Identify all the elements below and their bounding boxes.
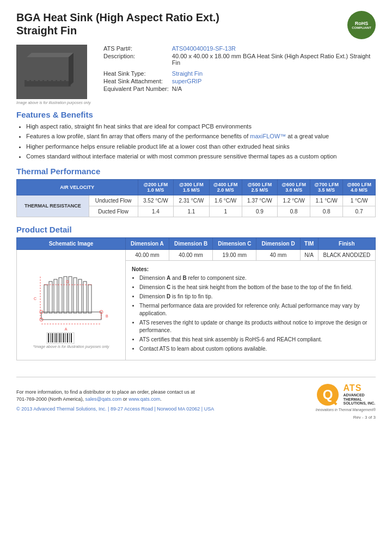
feature-item-1: High aspect ratio, straight fin heat sin…	[26, 123, 376, 131]
col-dim-a: Dimension A	[126, 237, 169, 249]
tim-value: N/A	[300, 249, 318, 260]
unducted-800: 1 °C/W	[343, 195, 376, 206]
product-image-box	[16, 45, 87, 99]
svg-rect-15	[49, 281, 52, 313]
feature-item-2: Features a low profile, slant fin array …	[26, 132, 376, 140]
svg-rect-14	[44, 285, 47, 313]
features-list: High aspect ratio, straight fin heat sin…	[16, 123, 376, 161]
ats-text-block: ATS ADVANCED THERMAL SOLUTIONS, INC.	[343, 383, 375, 406]
equiv-label: Equivalent Part Number:	[103, 85, 172, 93]
notes-list: Dimension A and B refer to component siz…	[132, 274, 369, 353]
note-2: Dimension C is the heat sink height from…	[139, 284, 369, 291]
note-4: Thermal performance data are provided fo…	[139, 302, 369, 317]
svg-rect-48	[71, 333, 72, 342]
unducted-200: 3.52 °C/W	[138, 195, 174, 206]
svg-rect-43	[62, 333, 62, 342]
svg-rect-3	[35, 53, 38, 81]
footer-section: For more information, to find a distribu…	[16, 377, 376, 412]
equiv-value: N/A	[172, 85, 376, 93]
desc-label: Description:	[103, 52, 172, 66]
footer-left: For more information, to find a distribu…	[16, 389, 214, 412]
spec-row-type: Heat Sink Type: Straight Fin	[103, 70, 376, 77]
schematic-cell: A B C D	[17, 249, 126, 360]
maxiflow-highlight: maxiFLOW™	[250, 133, 286, 139]
spec-row-desc: Description: 40.00 x 40.00 x 18.00 mm BG…	[103, 52, 376, 66]
thermal-resistance-label: THERMAL RESISTANCE	[17, 195, 89, 217]
part-value: ATS040040019-SF-13R	[172, 45, 376, 52]
svg-text:B: B	[106, 314, 108, 318]
rohs-compliant: COMPLIANT	[352, 26, 371, 29]
svg-rect-39	[54, 333, 54, 342]
dim-a-value: 40.00 mm	[126, 249, 169, 260]
col-dim-c: Dimension C	[213, 237, 256, 249]
ducted-600: 0.8	[278, 206, 310, 217]
product-specs: ATS Part#: ATS040040019-SF-13R Descripti…	[103, 45, 376, 105]
product-image-area: Image above is for illustration purposes…	[16, 45, 93, 105]
svg-rect-37	[50, 333, 51, 342]
ats-tagline: Innovations in Thermal Management®	[316, 408, 376, 412]
thermal-title: Thermal Performance	[16, 167, 376, 176]
attachment-value: superGRIP	[172, 77, 376, 85]
col-700lfm: @700 LFM3.5 M/S	[310, 179, 343, 195]
page-header: BGA Heat Sink (High Aspect Ratio Ext.) S…	[16, 11, 376, 39]
ducted-800: 0.7	[343, 206, 376, 217]
svg-rect-40	[56, 333, 57, 342]
col-finish: Finish	[318, 237, 375, 249]
product-info-section: Image above is for illustration purposes…	[16, 45, 376, 105]
spec-row-part: ATS Part#: ATS040040019-SF-13R	[103, 45, 376, 52]
col-600lfm: @600 LFM3.0 M/S	[278, 179, 310, 195]
notes-cell: Notes: Dimension A and B refer to compon…	[126, 260, 376, 360]
spec-row-attachment: Heat Sink Attachment: superGRIP	[103, 77, 376, 85]
col-200lfm: @200 LFM1.0 M/S	[138, 179, 174, 195]
footer-website[interactable]: www.qats.com	[128, 396, 160, 402]
svg-rect-45	[65, 333, 66, 342]
svg-rect-44	[63, 333, 64, 342]
unducted-400: 1.6 °C/W	[209, 195, 242, 206]
dim-d-value: 40 mm	[256, 249, 300, 260]
svg-rect-17	[59, 278, 62, 313]
svg-rect-38	[52, 333, 53, 342]
footer-email[interactable]: sales@qats.com	[85, 396, 122, 402]
ats-q-icon: Q	[316, 383, 340, 407]
ducted-label: Ducted Flow	[89, 206, 138, 217]
finish-value: BLACK ANODIZED	[318, 249, 375, 260]
schematic-image-box: A B C D	[20, 252, 120, 345]
thermal-table: AIR VELOCITY @200 LFM1.0 M/S @300 LFM1.5…	[16, 179, 376, 217]
image-caption: Image above is for illustration purposes…	[16, 101, 93, 105]
thermal-row-unducted: THERMAL RESISTANCE Unducted Flow 3.52 °C…	[17, 195, 376, 206]
svg-marker-11	[27, 53, 74, 57]
svg-text:D: D	[66, 280, 69, 284]
heatsink-illustration	[19, 47, 84, 96]
dim-c-value: 19.00 mm	[213, 249, 256, 260]
type-label: Heat Sink Type:	[103, 70, 172, 77]
svg-rect-8	[57, 53, 60, 81]
detail-header-row: Schematic Image Dimension A Dimension B …	[17, 237, 376, 249]
ducted-400: 1	[209, 206, 242, 217]
note-1: Dimension A and B refer to component siz…	[139, 274, 369, 282]
svg-rect-21	[78, 279, 82, 313]
col-schematic: Schematic Image	[17, 237, 126, 249]
col-tim: TIM	[300, 237, 318, 249]
desc-value: 40.00 x 40.00 x 18.00 mm BGA Heat Sink (…	[172, 52, 376, 66]
schematic-caption: *Image above is for illustration purpose…	[20, 345, 122, 348]
col-500lfm: @500 LFM2.5 M/S	[242, 179, 278, 195]
svg-rect-10	[66, 57, 69, 81]
product-detail-title: Product Detail	[16, 225, 376, 234]
note-3: Dimension D is fin tip to fin tip.	[139, 293, 369, 301]
ats-name: ATS	[343, 383, 375, 393]
col-300lfm: @300 LFM1.5 M/S	[174, 179, 210, 195]
svg-rect-2	[31, 55, 34, 81]
air-velocity-header: AIR VELOCITY	[17, 179, 138, 195]
svg-rect-46	[67, 333, 68, 342]
title-line2: Straight Fin	[16, 24, 219, 37]
svg-rect-16	[54, 279, 57, 313]
notes-title: Notes:	[132, 266, 369, 272]
unducted-300: 2.31 °C/W	[174, 195, 210, 206]
svg-rect-47	[69, 333, 70, 342]
detail-data-row: A B C D	[17, 249, 376, 260]
product-detail-table: Schematic Image Dimension A Dimension B …	[16, 237, 376, 360]
product-title: BGA Heat Sink (High Aspect Ratio Ext.) S…	[16, 11, 219, 37]
spec-row-equiv: Equivalent Part Number: N/A	[103, 85, 376, 93]
title-line1: BGA Heat Sink (High Aspect Ratio Ext.)	[16, 11, 219, 24]
specs-table: ATS Part#: ATS040040019-SF-13R Descripti…	[103, 45, 376, 93]
